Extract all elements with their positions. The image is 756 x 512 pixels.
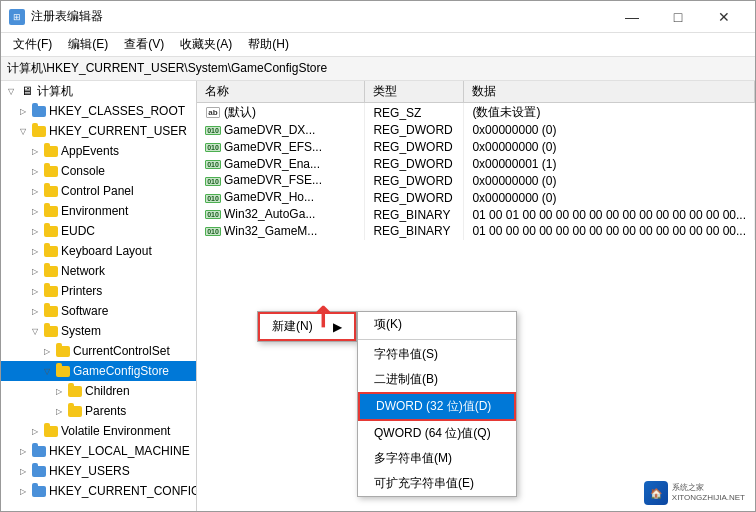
tree-item-hklm[interactable]: ▷ HKEY_LOCAL_MACHINE <box>1 441 196 461</box>
tree-item-keyboardlayout[interactable]: ▷ Keyboard Layout <box>1 241 196 261</box>
registry-editor-window: ⊞ 注册表编辑器 — □ ✕ 文件(F) 编辑(E) 查看(V) 收藏夹(A) … <box>0 0 756 512</box>
tree-item-volatileenv[interactable]: ▷ Volatile Environment <box>1 421 196 441</box>
col-name: 名称 <box>197 81 365 103</box>
tree-label-keyboardlayout: Keyboard Layout <box>61 244 152 258</box>
table-row[interactable]: ab(默认) REG_SZ (数值未设置) <box>197 103 755 123</box>
tree-item-computer[interactable]: ▽ 🖥 计算机 <box>1 81 196 101</box>
cell-name: 010GameDVR_Ho... <box>197 189 365 206</box>
tree-label-currentcontrolset: CurrentControlSet <box>73 344 170 358</box>
table-row[interactable]: 010GameDVR_Ho... REG_DWORD 0x00000000 (0… <box>197 189 755 206</box>
item-label: 项(K) <box>374 317 402 331</box>
cell-type: REG_DWORD <box>365 139 464 156</box>
menu-bar: 文件(F) 编辑(E) 查看(V) 收藏夹(A) 帮助(H) <box>1 33 755 57</box>
submenu-item-qword[interactable]: QWORD (64 位)值(Q) <box>358 421 516 446</box>
tree-item-hkcc[interactable]: ▷ HKEY_CURRENT_CONFIG <box>1 481 196 501</box>
folder-hkcu <box>31 124 47 138</box>
submenu-item-expandstring[interactable]: 可扩充字符串值(E) <box>358 471 516 496</box>
title-bar-left: ⊞ 注册表编辑器 <box>9 8 103 25</box>
tree-item-gameconfigstore[interactable]: ▽ GameConfigStore <box>1 361 196 381</box>
cell-type: REG_BINARY <box>365 206 464 223</box>
values-panel: 名称 类型 数据 ab(默认) REG_SZ (数值未设置) 010GameDV… <box>197 81 755 511</box>
menu-favorites[interactable]: 收藏夹(A) <box>172 34 240 55</box>
tree-item-eudc[interactable]: ▷ EUDC <box>1 221 196 241</box>
string-label: 字符串值(S) <box>374 347 438 361</box>
tree-item-currentcontrolset[interactable]: ▷ CurrentControlSet <box>1 341 196 361</box>
cell-data: 01 00 00 00 00 00 00 00 00 00 00 00 00 0… <box>464 223 755 240</box>
tree-label-system: System <box>61 324 101 338</box>
tree-item-appevents[interactable]: ▷ AppEvents <box>1 141 196 161</box>
menu-view[interactable]: 查看(V) <box>116 34 172 55</box>
ab-icon: ab <box>205 106 221 120</box>
tree-item-printers[interactable]: ▷ Printers <box>1 281 196 301</box>
tree-item-hkcu[interactable]: ▽ HKEY_CURRENT_USER <box>1 121 196 141</box>
close-button[interactable]: ✕ <box>701 1 747 33</box>
watermark-line1: 系统之家 <box>672 483 745 493</box>
cell-data: 0x00000001 (1) <box>464 156 755 173</box>
010-icon: 010 <box>205 157 221 171</box>
submenu-item-binary[interactable]: 二进制值(B) <box>358 367 516 392</box>
cell-name: 010GameDVR_FSE... <box>197 172 365 189</box>
tree-item-parents[interactable]: ▷ Parents <box>1 401 196 421</box>
tree-item-children[interactable]: ▷ Children <box>1 381 196 401</box>
cell-data: 01 00 01 00 00 00 00 00 00 00 00 00 00 0… <box>464 206 755 223</box>
maximize-button[interactable]: □ <box>655 1 701 33</box>
tree-label-computer: 计算机 <box>37 83 73 100</box>
tree-label-controlpanel: Control Panel <box>61 184 134 198</box>
010-icon: 010 <box>205 208 221 222</box>
table-row[interactable]: 010GameDVR_Ena... REG_DWORD 0x00000001 (… <box>197 156 755 173</box>
tree-label-hklm: HKEY_LOCAL_MACHINE <box>49 444 190 458</box>
app-icon: ⊞ <box>9 9 25 25</box>
tree-label-appevents: AppEvents <box>61 144 119 158</box>
address-bar: 计算机\HKEY_CURRENT_USER\System\GameConfigS… <box>1 57 755 81</box>
submenu-item-string[interactable]: 字符串值(S) <box>358 342 516 367</box>
submenu-item-xiang[interactable]: 项(K) <box>358 312 516 337</box>
cell-name: 010GameDVR_DX... <box>197 122 365 139</box>
menu-edit[interactable]: 编辑(E) <box>60 34 116 55</box>
new-submenu: 项(K) 字符串值(S) 二进制值(B) DWORD (32 位)值(D) <box>357 311 517 497</box>
tree-label-gameconfigstore: GameConfigStore <box>73 364 169 378</box>
cell-data: 0x00000000 (0) <box>464 172 755 189</box>
watermark-text: 系统之家 XITONGZHIJIA.NET <box>672 483 745 504</box>
tree-item-environment[interactable]: ▷ Environment <box>1 201 196 221</box>
table-row[interactable]: 010Win32_AutoGa... REG_BINARY 01 00 01 0… <box>197 206 755 223</box>
table-row[interactable]: 010Win32_GameM... REG_BINARY 01 00 00 00… <box>197 223 755 240</box>
submenu-item-multistring[interactable]: 多字符串值(M) <box>358 446 516 471</box>
cell-type: REG_DWORD <box>365 189 464 206</box>
tree-label-hkcr: HKEY_CLASSES_ROOT <box>49 104 185 118</box>
cell-type: REG_DWORD <box>365 156 464 173</box>
tree-item-hku[interactable]: ▷ HKEY_USERS <box>1 461 196 481</box>
tree-item-console[interactable]: ▷ Console <box>1 161 196 181</box>
menu-help[interactable]: 帮助(H) <box>240 34 297 55</box>
minimize-button[interactable]: — <box>609 1 655 33</box>
content-area: ▽ 🖥 计算机 ▷ HKEY_CLASSES_ROOT ▽ HKEY_CURRE… <box>1 81 755 511</box>
multistring-label: 多字符串值(M) <box>374 451 452 465</box>
tree-item-network[interactable]: ▷ Network <box>1 261 196 281</box>
cell-name: 010Win32_GameM... <box>197 223 365 240</box>
cell-name: ab(默认) <box>197 103 365 123</box>
submenu-item-dword[interactable]: DWORD (32 位)值(D) <box>358 392 516 421</box>
cell-data: 0x00000000 (0) <box>464 122 755 139</box>
computer-icon: 🖥 <box>19 84 35 98</box>
tree-label-hkcu: HKEY_CURRENT_USER <box>49 124 187 138</box>
watermark-logo: 🏠 <box>644 481 668 505</box>
watermark-line2: XITONGZHIJIA.NET <box>672 493 745 503</box>
cell-name: 010GameDVR_Ena... <box>197 156 365 173</box>
values-table: 名称 类型 数据 ab(默认) REG_SZ (数值未设置) 010GameDV… <box>197 81 755 240</box>
table-row[interactable]: 010GameDVR_DX... REG_DWORD 0x00000000 (0… <box>197 122 755 139</box>
expandstring-label: 可扩充字符串值(E) <box>374 476 474 490</box>
tree-label-volatileenv: Volatile Environment <box>61 424 170 438</box>
table-row[interactable]: 010GameDVR_EFS... REG_DWORD 0x00000000 (… <box>197 139 755 156</box>
cell-type: REG_BINARY <box>365 223 464 240</box>
tree-label-printers: Printers <box>61 284 102 298</box>
tree-item-system[interactable]: ▽ System <box>1 321 196 341</box>
dword-label: DWORD (32 位)值(D) <box>376 399 491 413</box>
tree-label-children: Children <box>85 384 130 398</box>
cell-type: REG_DWORD <box>365 172 464 189</box>
tree-item-hkcr[interactable]: ▷ HKEY_CLASSES_ROOT <box>1 101 196 121</box>
table-row[interactable]: 010GameDVR_FSE... REG_DWORD 0x00000000 (… <box>197 172 755 189</box>
tree-item-software[interactable]: ▷ Software <box>1 301 196 321</box>
menu-file[interactable]: 文件(F) <box>5 34 60 55</box>
010-icon: 010 <box>205 124 221 138</box>
tree-item-controlpanel[interactable]: ▷ Control Panel <box>1 181 196 201</box>
title-controls: — □ ✕ <box>609 1 747 33</box>
